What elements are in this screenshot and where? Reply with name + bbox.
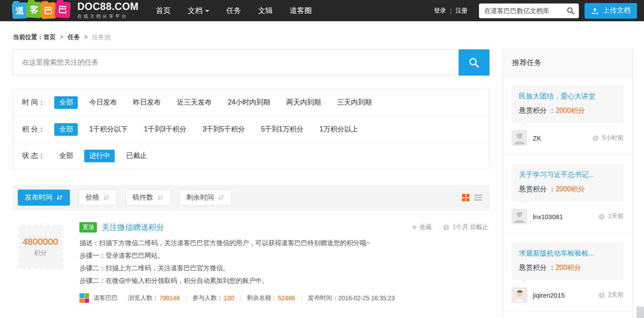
publisher-avatar-icon [79,293,89,303]
nav-item-tasks[interactable]: 任务 [226,6,241,16]
recommended-task-item: 关于学习习近平总书记... 悬赏积分 ：2000积分 lnx103081 [503,155,632,233]
sort-label: 稿件数 [132,193,153,202]
brand-tagline: 在线文档分享平台 [77,13,139,20]
task-step: 步骤一：登录道客巴巴网站。 [79,249,488,262]
register-link[interactable]: 注册 [456,7,468,15]
main-content: 时 间： 全部 今日发布 昨日发布 近三天发布 24小时内到期 两天内到期 三天… [0,49,644,318]
recommended-tasks-panel: 推荐任务 民族大团结，爱心大讲堂 悬赏积分 ：2000积分 ZK [502,49,633,318]
stat-participants-value: 100 [224,295,234,302]
recommended-task-card[interactable]: 关于学习习近平总书记... 悬赏积分 ：2000积分 [512,164,624,201]
stat-remaining-label: 剩余名额： [247,294,277,302]
task-step: 步骤二：扫描上方二维码，关注道客巴巴官方微信。 [79,262,488,274]
status-filter-all[interactable]: 全部 [54,150,78,162]
task-title-link[interactable]: 关注微信赠送积分 [102,222,164,233]
filter-label-time: 时 间： [22,98,45,107]
header-search-box [479,3,579,18]
recommended-task-card[interactable]: 民族大团结，爱心大讲堂 悬赏积分 ：2000积分 [512,85,624,123]
logo-folder-icon: 道 [12,2,28,19]
points-filter-all[interactable]: 全部 [54,123,78,136]
task-time-text: 2天前 [608,291,624,299]
time-filter-due24h[interactable]: 24小时内到期 [223,96,275,109]
nav-item-circle[interactable]: 道客圈 [290,6,312,16]
card-pointer [521,280,528,283]
breadcrumb-prefix: 当前位置： [13,33,43,40]
reward-line: 悬赏积分 ：200积分 [519,263,616,272]
upload-document-button[interactable]: 上传文档 [585,3,637,19]
recommended-task-card[interactable]: 求最新版机动车检验检... 悬赏积分 ：200积分 [512,243,624,280]
time-filter-due3days[interactable]: 三天内到期 [332,96,376,109]
recommended-task-title[interactable]: 关于学习习近平总书记... [519,170,616,180]
card-pointer [521,201,528,204]
task-user-name[interactable]: lnx103081 [533,213,563,220]
breadcrumb-home[interactable]: 首页 [43,33,56,40]
breadcrumb-tasks[interactable]: 任务 [68,33,80,40]
avatar[interactable] [512,130,527,146]
nav-label: 首页 [156,6,171,16]
sort-desc-icon [56,194,63,201]
time-filter-last3days[interactable]: 近三天发布 [172,96,216,109]
recommended-task-item: 求最新版机动车检验检... 悬赏积分 ：200积分 jiqiren2015 [503,233,632,312]
sort-by-publish-time-button[interactable]: 发布时间 [18,190,70,206]
recommended-task-title[interactable]: 民族大团结，爱心大讲堂 [519,92,616,101]
favorite-button[interactable]: ♥ 收藏 [412,223,432,231]
logo-folder-icon: 巴 [55,1,71,18]
filter-row-time: 时 间： 全部 今日发布 昨日发布 近三天发布 24小时内到期 两天内到期 三天… [13,89,489,116]
task-points-value: 4800000 [23,236,58,247]
auth-links: 登录 | 注册 [434,7,468,15]
breadcrumb-current: 任务池 [92,33,110,40]
nav-item-collections[interactable]: 文辑 [258,6,273,16]
points-filter-1k-3k[interactable]: 1千到3千积分 [139,123,191,136]
sort-label: 发布时间 [25,193,53,202]
time-filter-all[interactable]: 全部 [54,96,78,109]
doc88-logo[interactable]: 道 客 巴 巴 [13,3,70,19]
person-icon [512,209,527,224]
reward-line: 悬赏积分 ：2000积分 [519,185,616,194]
points-filter-over10k[interactable]: 1万积分以上 [315,123,363,136]
brand-block[interactable]: DOC88.COM 在线文档分享平台 [77,2,139,20]
stat-participants-label: 参与人数： [192,294,223,302]
header-search-input[interactable] [484,7,566,14]
nav-item-documents[interactable]: 文档 [188,6,209,16]
sort-by-price-button[interactable]: 价格 [79,190,117,206]
brand-name: DOC88.COM [77,2,139,12]
logo-folder-icon: 客 [26,1,42,18]
breadcrumb: 当前位置：首页 > 任务 > 任务池 [13,33,644,41]
task-time: 5小时前 [592,134,624,142]
nav-item-home[interactable]: 首页 [156,6,171,16]
grid-view-icon[interactable] [462,194,469,201]
task-title-row: 置顶 关注微信赠送积分 ♥ 收藏 1个月 后截止 [79,222,488,233]
avatar[interactable] [512,287,527,303]
card-pointer [521,123,528,126]
time-filter-yesterday[interactable]: 昨日发布 [128,96,165,109]
task-search-button[interactable] [459,49,489,75]
recommended-task-title[interactable]: 求最新版机动车检验检... [519,249,616,258]
sort-bar: 发布时间 价格 稿件数 [13,185,490,210]
time-filter-today[interactable]: 今日发布 [84,96,122,109]
status-filter-closed[interactable]: 已截止 [121,150,152,162]
points-filter-3k-5k[interactable]: 3千到5千积分 [198,123,250,136]
login-link[interactable]: 登录 [434,7,446,15]
breadcrumb-separator: > [84,33,88,40]
list-view-icon[interactable] [474,194,482,201]
sort-by-remaining-time-button[interactable]: 剩余时间 [179,190,231,206]
publisher-name[interactable]: 道客巴巴 [93,294,118,302]
task-user-name[interactable]: jiqiren2015 [533,292,565,299]
task-meta-row: 道客巴巴 浏览人数：790148 | 参与人数：100 | 剩余名额：52466… [79,293,488,303]
reward-value: 2000积分 [555,185,585,193]
task-time-text: 1天前 [608,213,624,220]
task-user-row: jiqiren2015 2天前 [512,280,624,311]
time-filter-due2days[interactable]: 两天内到期 [281,96,326,109]
header-right: 登录 | 注册 上传文档 [434,3,637,19]
task-search-input[interactable] [13,49,459,75]
avatar[interactable] [512,209,527,224]
status-filter-ongoing[interactable]: 进行中 [84,150,115,162]
search-icon[interactable] [566,7,575,15]
task-points-unit: 积分 [34,249,47,257]
points-filter-5k-10k[interactable]: 5千到1万积分 [256,123,308,136]
upload-icon [591,7,599,15]
points-filter-under1k[interactable]: 1千积分以下 [84,123,132,136]
scrollbar-thumb[interactable] [637,307,644,318]
task-user-name[interactable]: ZK [533,134,541,142]
sort-by-submissions-button[interactable]: 稿件数 [125,190,171,206]
task-step: 步骤二：在微信中输入积分领取码，积分自动累加到您的账户中。 [79,274,488,287]
